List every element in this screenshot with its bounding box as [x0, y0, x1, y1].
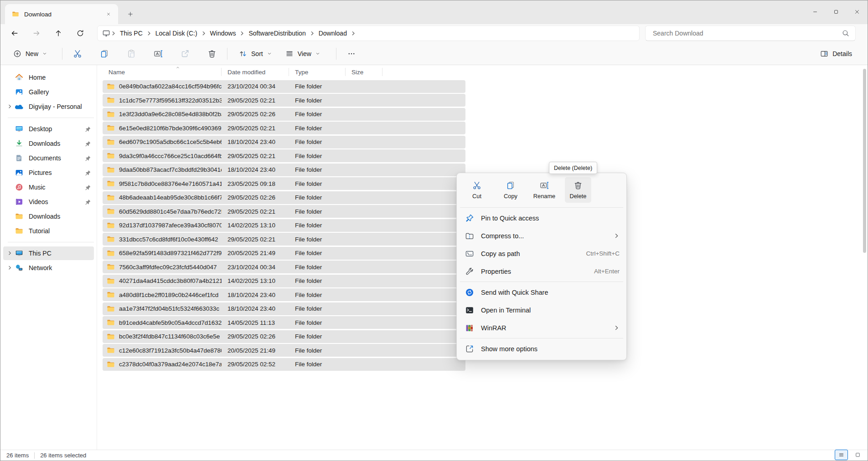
- folder-icon: [107, 221, 115, 230]
- desktop-icon: [15, 124, 24, 133]
- tab-close-button[interactable]: [103, 8, 114, 20]
- type-cell: File folder: [289, 319, 346, 326]
- icons-view-toggle[interactable]: [851, 450, 864, 460]
- copy-button[interactable]: [96, 46, 113, 62]
- type-cell: File folder: [289, 333, 346, 340]
- file-row[interactable]: 9f581c7b8d0ce88376e4e7160571a41323/05/20…: [103, 177, 465, 190]
- file-row[interactable]: 9daa50bb873acacf7c3bddfd29b3041e18/10/20…: [103, 164, 465, 176]
- breadcrumb-item[interactable]: Windows: [207, 28, 239, 38]
- sidebar-item-gallery[interactable]: Gallery: [3, 85, 94, 99]
- sidebar-item-network[interactable]: Network: [3, 261, 94, 275]
- delete-button[interactable]: [204, 46, 220, 62]
- refresh-button[interactable]: [72, 26, 88, 41]
- search-input[interactable]: [652, 29, 842, 37]
- sidebar-item-home[interactable]: Home: [3, 71, 94, 84]
- column-header-date-modified[interactable]: Date modified: [222, 65, 289, 79]
- details-view-toggle[interactable]: [835, 450, 848, 460]
- file-row[interactable]: c2378dc04f0a379aad24e2074c18e7aa29/05/20…: [103, 358, 465, 371]
- file-row[interactable]: 331dbcc57c6cd8fdf6f10c0e430ff64229/05/20…: [103, 233, 465, 246]
- file-name: 92d137df1037987afece39a430cf8070: [119, 222, 222, 229]
- expand-chevron-icon[interactable]: [5, 251, 14, 256]
- breadcrumb-item[interactable]: SoftwareDistribution: [245, 28, 309, 38]
- breadcrumb-item[interactable]: Local Disk (C:): [152, 28, 201, 38]
- paste-button[interactable]: [123, 46, 140, 62]
- menu-item-pin-to-quick-access[interactable]: Pin to Quick access: [459, 209, 624, 227]
- breadcrumb-item[interactable]: This PC: [117, 28, 146, 38]
- expand-chevron-icon[interactable]: [5, 104, 14, 109]
- sidebar-item-tutorial[interactable]: Tutorial: [3, 224, 94, 238]
- expand-chevron-icon[interactable]: [5, 265, 14, 271]
- column-header-type[interactable]: Type: [289, 65, 346, 79]
- file-row[interactable]: 6ed6079c1905a5dbc66c1ce5c5b4eb6818/10/20…: [103, 136, 465, 149]
- menu-item-properties[interactable]: PropertiesAlt+Enter: [459, 262, 624, 280]
- selection-count: 26 items selected: [40, 452, 86, 459]
- forward-button[interactable]: [29, 26, 44, 41]
- file-row[interactable]: 6e15e0ed8210f6b7bde309f6c490369229/05/20…: [103, 122, 465, 134]
- file-row[interactable]: 48b6adeaab14eab95de30c8bb1c66f7829/05/20…: [103, 191, 465, 204]
- file-name: bc0e3f2f4fdb847c1134f608c03c6e5e: [119, 333, 220, 340]
- plus-icon: [127, 11, 134, 17]
- address-bar[interactable]: This PCLocal Disk (C:)WindowsSoftwareDis…: [97, 26, 640, 41]
- context-cut-button[interactable]: Cut: [464, 177, 490, 203]
- file-row[interactable]: c12e60c83f71912a3fc50b4a47de878020/05/20…: [103, 344, 465, 357]
- file-row[interactable]: 1c1dc75e7773f595613ff322d03512b329/05/20…: [103, 94, 465, 107]
- new-button[interactable]: New: [9, 46, 52, 62]
- sidebar-item-videos[interactable]: Videos: [3, 195, 94, 209]
- menu-item-show-more-options[interactable]: Show more options: [459, 340, 624, 358]
- file-row[interactable]: 7560c3aff9fdfec09c23fcfd5440d04723/10/20…: [103, 261, 465, 273]
- sort-icon: [239, 50, 247, 58]
- menu-item-winrar[interactable]: WinRAR: [459, 319, 624, 337]
- see-more-button[interactable]: [343, 46, 360, 62]
- sort-button[interactable]: Sort: [234, 46, 276, 62]
- search-box[interactable]: [645, 26, 856, 41]
- up-button[interactable]: [51, 26, 66, 41]
- menu-item-send-with-quick-share[interactable]: Send with Quick Share: [459, 283, 624, 301]
- column-header-name[interactable]: Name: [103, 65, 222, 79]
- file-row[interactable]: 60d5629dd8801c45e7daa7b76edc725429/05/20…: [103, 205, 465, 218]
- sidebar-item-documents[interactable]: Documents: [3, 151, 94, 165]
- file-row[interactable]: 92d137df1037987afece39a430cf807014/02/20…: [103, 219, 465, 232]
- file-row[interactable]: 9da3c9f0a46ccc766ce25c10acd664fb29/05/20…: [103, 149, 465, 162]
- file-row[interactable]: bc0e3f2f4fdb847c1134f608c03c6e5e29/05/20…: [103, 330, 465, 343]
- sidebar-item-music[interactable]: Music: [3, 180, 94, 194]
- new-tab-button[interactable]: [124, 7, 137, 21]
- sidebar-item-label: Home: [29, 74, 91, 81]
- sidebar-item-digvijay-personal[interactable]: Digvijay - Personal: [3, 100, 94, 113]
- file-row[interactable]: 0e849b0acfa6022a84cc16cf594b96fc23/10/20…: [103, 80, 465, 93]
- pin-icon: [84, 155, 91, 162]
- minimize-button[interactable]: [805, 0, 826, 23]
- view-button[interactable]: View: [281, 46, 325, 62]
- maximize-button[interactable]: [826, 0, 847, 23]
- show-more-icon: [465, 344, 475, 354]
- close-button[interactable]: [847, 0, 868, 23]
- breadcrumb-item[interactable]: Download: [315, 28, 350, 38]
- column-header-size[interactable]: Size: [346, 65, 382, 79]
- file-row[interactable]: b91cedd4cabfe5b9c05a4dccd7d1632414/05/20…: [103, 316, 465, 329]
- file-row[interactable]: 40271da4ad415cddc3b80f07a4b2121014/02/20…: [103, 275, 465, 287]
- explorer-tab[interactable]: Download: [5, 4, 118, 24]
- file-row[interactable]: a480d8f1cbe2ff0189c0b2446cef1fcd18/10/20…: [103, 288, 465, 301]
- cut-button[interactable]: [69, 46, 86, 62]
- sidebar-item-desktop[interactable]: Desktop: [3, 122, 94, 136]
- sidebar-item-downloads[interactable]: Downloads: [3, 137, 94, 150]
- vertical-scrollbar[interactable]: [863, 69, 866, 253]
- back-button[interactable]: [7, 26, 22, 41]
- chevron-right-icon[interactable]: [351, 31, 356, 36]
- file-row[interactable]: 1e3f23dd0a9e6c28c085e4d838b0f2ba29/05/20…: [103, 108, 465, 121]
- file-row[interactable]: aa1e73f47f2fd04b51fc5324f663033c18/10/20…: [103, 302, 465, 315]
- menu-item-copy-as-path[interactable]: Copy as pathCtrl+Shift+C: [459, 245, 624, 262]
- sidebar-item-pictures[interactable]: Pictures: [3, 166, 94, 179]
- type-cell: File folder: [289, 305, 346, 312]
- share-button[interactable]: [177, 46, 193, 62]
- menu-item-open-in-terminal[interactable]: Open in Terminal: [459, 301, 624, 319]
- context-rename-button[interactable]: Rename: [531, 177, 558, 203]
- context-delete-button[interactable]: Delete: [565, 177, 591, 203]
- context-copy-button[interactable]: Copy: [497, 177, 524, 203]
- rename-button[interactable]: [150, 46, 166, 62]
- file-row[interactable]: 658e92fa59f1483d897321f462d772f920/05/20…: [103, 247, 465, 260]
- details-pane-button[interactable]: Details: [816, 46, 857, 62]
- sidebar-item-downloads[interactable]: Downloads: [3, 210, 94, 223]
- sidebar-item-this-pc[interactable]: This PC: [3, 246, 94, 260]
- file-name: 9daa50bb873acacf7c3bddfd29b3041e: [119, 166, 222, 173]
- menu-item-compress-to-[interactable]: Compress to...: [459, 227, 624, 245]
